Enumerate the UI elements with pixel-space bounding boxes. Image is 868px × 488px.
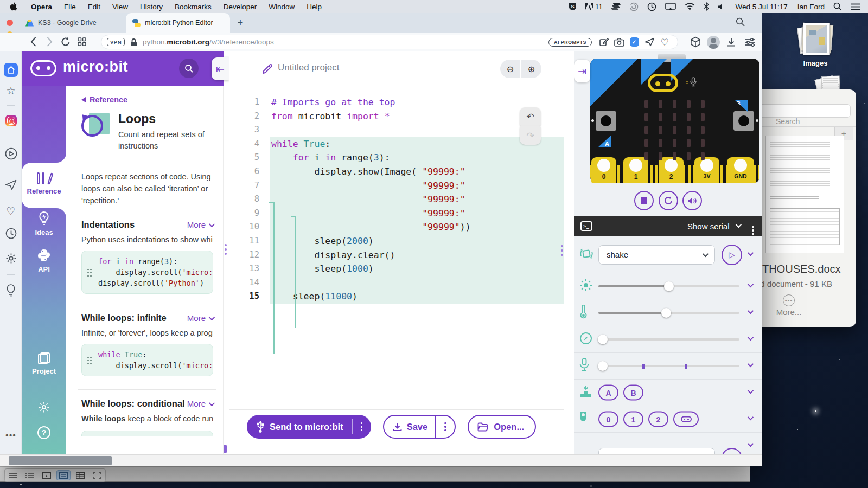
editor-code-area[interactable]: 1# Imports go at the top2from microbit i… xyxy=(229,95,564,304)
editor-line-15[interactable]: 15 sleep(11000) xyxy=(229,290,564,304)
time-machine-icon[interactable] xyxy=(647,2,656,11)
board-logo-touch[interactable] xyxy=(648,74,678,92)
volume-icon[interactable] xyxy=(718,3,725,10)
drag-handle-icon[interactable] xyxy=(87,268,92,277)
send-options-button[interactable] xyxy=(353,422,371,432)
instagram-icon[interactable] xyxy=(0,115,22,126)
sim-pin-2[interactable]: 2 xyxy=(648,412,668,427)
editor-line-1[interactable]: 1# Imports go at the top xyxy=(229,95,564,110)
gesture-expand-icon[interactable] xyxy=(748,249,754,255)
temperature-expand-icon[interactable] xyxy=(748,307,754,313)
new-tab-button[interactable]: + xyxy=(233,16,247,30)
sim-button-a[interactable]: A xyxy=(598,385,618,401)
more-icon[interactable]: ••• xyxy=(783,294,795,306)
apple-menu-icon[interactable] xyxy=(10,2,17,11)
menu-bookmarks[interactable]: Bookmarks xyxy=(169,3,218,11)
menu-history[interactable]: History xyxy=(134,3,169,11)
more-link[interactable]: More xyxy=(187,220,213,229)
telegram-send-icon[interactable] xyxy=(0,179,22,190)
brightness-expand-icon[interactable] xyxy=(748,281,754,287)
sim-pin-0[interactable]: 0 xyxy=(598,412,618,427)
editor-line-4[interactable]: 4while True: xyxy=(229,137,564,151)
board-button-b[interactable] xyxy=(733,111,754,131)
cutoff-play-button[interactable] xyxy=(722,448,742,454)
address-bar[interactable]: VPN python.microbit.org/v/3/reference/lo… xyxy=(101,35,678,49)
view-fit-icon[interactable] xyxy=(90,470,104,480)
tab-search-icon[interactable] xyxy=(736,17,745,29)
forward-button[interactable] xyxy=(41,37,58,47)
snapshot-camera-icon[interactable] xyxy=(611,38,627,47)
settings-gear-icon[interactable] xyxy=(0,253,22,264)
menu-bar-clock[interactable]: Wed 5 Jul 11:17 xyxy=(734,3,788,11)
bookmarks-star-icon[interactable]: ☆ xyxy=(0,85,22,97)
reset-button[interactable] xyxy=(659,191,678,210)
view-list-icon[interactable] xyxy=(23,470,37,480)
adobe-cc-icon[interactable]: 11 xyxy=(585,3,603,11)
show-serial-label[interactable]: Show serial xyxy=(687,222,730,231)
menu-file[interactable]: File xyxy=(58,3,82,11)
cutoff-select[interactable] xyxy=(598,448,715,454)
menu-opera[interactable]: Opera xyxy=(25,3,58,11)
buttons-expand-icon[interactable] xyxy=(748,388,754,394)
editor-line-7[interactable]: 7 "99999:" xyxy=(229,179,564,193)
vpn-badge[interactable]: VPN xyxy=(107,38,125,46)
editor-line-3[interactable]: 3 xyxy=(229,123,564,137)
my-flow-send-icon[interactable] xyxy=(642,37,657,47)
speed-dial-home-icon[interactable] xyxy=(4,63,18,77)
collapse-sidebar-button[interactable]: ⇤ xyxy=(212,57,229,80)
audio-button[interactable] xyxy=(682,191,702,210)
screen-recording-icon[interactable] xyxy=(629,2,639,11)
editor-line-5[interactable]: 5 for i in range(3): xyxy=(229,151,564,165)
gesture-play-button[interactable]: ▷ xyxy=(722,245,742,265)
ai-prompts-button[interactable]: AI PROMPTS xyxy=(548,38,592,47)
pin-0[interactable]: 0 xyxy=(591,157,616,183)
menu-window[interactable]: Window xyxy=(263,3,301,11)
player-icon[interactable] xyxy=(0,147,22,160)
sim-pin-1[interactable]: 1 xyxy=(623,412,643,427)
wifi-icon[interactable] xyxy=(685,3,695,10)
view-text-icon[interactable] xyxy=(6,470,20,480)
pinboards-heart-icon[interactable]: ♡ xyxy=(0,205,22,217)
sidebar-more-icon[interactable]: ••• xyxy=(0,431,22,440)
pinboard-heart-icon[interactable]: ♡ xyxy=(657,37,672,48)
editor-line-8[interactable]: 8 "99999:" xyxy=(229,192,564,207)
nav-item-reference[interactable]: Reference xyxy=(22,163,66,208)
sophos-shield-icon[interactable]: S xyxy=(569,2,577,11)
editor-line-14[interactable]: 14 xyxy=(229,276,564,290)
serial-chevron-icon[interactable] xyxy=(736,222,742,228)
redo-button[interactable]: ↷ xyxy=(520,126,541,145)
screen-mirroring-icon[interactable] xyxy=(665,3,676,11)
horizontal-scrollbar[interactable] xyxy=(0,454,762,466)
header-search-button[interactable] xyxy=(179,59,199,78)
panel-scrollbar-thumb[interactable] xyxy=(224,445,227,453)
menu-help[interactable]: Help xyxy=(301,3,328,11)
pin-1[interactable]: 1 xyxy=(623,157,648,183)
zoom-in-button[interactable]: ⊕ xyxy=(521,60,541,78)
nav-item-ideas[interactable]: Ideas xyxy=(22,211,66,236)
reload-button[interactable] xyxy=(58,37,74,47)
scrollbar-thumb[interactable] xyxy=(9,456,112,465)
settings-tune-icon[interactable] xyxy=(743,38,758,47)
pin-2[interactable]: 2 xyxy=(659,157,684,183)
save-options-button[interactable] xyxy=(436,422,455,432)
pins-expand-icon[interactable] xyxy=(748,414,754,420)
editor-line-10[interactable]: 10 "99999")) xyxy=(229,220,564,234)
pin-3v[interactable]: 3V xyxy=(694,157,719,183)
temperature-slider[interactable] xyxy=(598,312,739,314)
simulator-resize-handle[interactable] xyxy=(561,245,563,256)
profile-avatar[interactable] xyxy=(707,36,720,49)
gesture-select[interactable]: shake xyxy=(598,245,715,265)
edit-project-name-icon[interactable] xyxy=(261,63,273,77)
close-window-button[interactable] xyxy=(7,20,13,26)
editor-line-13[interactable]: 13 sleep(1000) xyxy=(229,262,564,276)
editor-line-12[interactable]: 12 display.clear() xyxy=(229,248,564,262)
zoom-out-button[interactable]: ⊖ xyxy=(500,60,520,78)
undo-button[interactable]: ↶ xyxy=(520,107,541,126)
tab-microbit-editor[interactable]: micro:bit Python Editor xyxy=(126,13,230,33)
menu-view[interactable]: View xyxy=(106,3,134,11)
pin-gnd[interactable]: GND xyxy=(727,157,754,183)
mic-threshold-marker[interactable] xyxy=(642,364,645,369)
menu-list-icon[interactable] xyxy=(851,3,860,10)
serial-menu-icon[interactable] xyxy=(752,220,754,235)
speed-dial-icon[interactable] xyxy=(74,37,90,46)
